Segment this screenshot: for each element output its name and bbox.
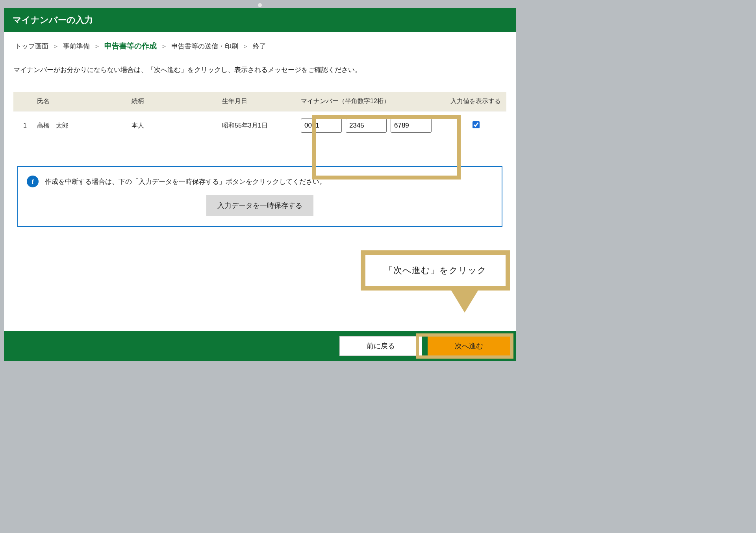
page-header: マイナンバーの入力 bbox=[4, 8, 516, 32]
info-text: 作成を中断する場合は、下の「入力データを一時保存する」ボタンをクリックしてくださ… bbox=[45, 177, 326, 186]
page-title: マイナンバーの入力 bbox=[13, 15, 93, 25]
breadcrumb-item[interactable]: 終了 bbox=[253, 42, 266, 51]
col-name: 氏名 bbox=[32, 92, 127, 111]
col-relation: 続柄 bbox=[127, 92, 217, 111]
info-icon: i bbox=[27, 176, 39, 187]
col-birthdate: 生年月日 bbox=[217, 92, 296, 111]
app-screen: マイナンバーの入力 トップ画面 ＞ 事前準備 ＞ 申告書等の作成 ＞ 申告書等の… bbox=[4, 8, 516, 361]
callout-text: 「次へ進む」をクリック bbox=[361, 250, 510, 291]
mynumber-input-2[interactable] bbox=[346, 118, 387, 133]
row-name: 高橋 太郎 bbox=[32, 111, 127, 140]
device-frame: マイナンバーの入力 トップ画面 ＞ 事前準備 ＞ 申告書等の作成 ＞ 申告書等の… bbox=[0, 0, 520, 365]
chevron-right-icon: ＞ bbox=[94, 42, 100, 51]
instruction-text: マイナンバーがお分かりにならない場合は、「次へ進む」をクリックし、表示されるメッ… bbox=[13, 65, 506, 74]
next-button[interactable]: 次へ進む bbox=[428, 336, 510, 356]
breadcrumb-item[interactable]: 事前準備 bbox=[63, 42, 90, 51]
camera-dot-icon bbox=[258, 3, 262, 7]
footer-bar: 前に戻る 次へ進む bbox=[4, 331, 516, 361]
table-row: 1 高橋 太郎 本人 昭和55年3月1日 bbox=[13, 111, 506, 140]
row-birthdate: 昭和55年3月1日 bbox=[217, 111, 296, 140]
chevron-right-icon: ＞ bbox=[161, 42, 167, 51]
col-index bbox=[13, 92, 32, 111]
callout-arrow-icon bbox=[451, 291, 478, 313]
breadcrumb-item[interactable]: トップ画面 bbox=[15, 42, 48, 51]
breadcrumb: トップ画面 ＞ 事前準備 ＞ 申告書等の作成 ＞ 申告書等の送信・印刷 ＞ 終了 bbox=[4, 32, 516, 58]
main-content: マイナンバーがお分かりにならない場合は、「次へ進む」をクリックし、表示されるメッ… bbox=[4, 58, 516, 227]
table-header-row: 氏名 続柄 生年月日 マイナンバー（半角数字12桁） 入力値を表示する bbox=[13, 92, 506, 111]
col-mynumber: マイナンバー（半角数字12桁） bbox=[296, 92, 446, 111]
row-relation: 本人 bbox=[127, 111, 217, 140]
chevron-right-icon: ＞ bbox=[242, 42, 249, 51]
breadcrumb-item-active: 申告書等の作成 bbox=[104, 41, 157, 51]
mynumber-table: 氏名 続柄 生年月日 マイナンバー（半角数字12桁） 入力値を表示する 1 高橋… bbox=[13, 92, 506, 140]
save-draft-button[interactable]: 入力データを一時保存する bbox=[206, 195, 313, 216]
show-value-checkbox[interactable] bbox=[472, 121, 480, 128]
row-mynumber bbox=[296, 111, 446, 140]
annotation-callout: 「次へ進む」をクリック bbox=[361, 250, 510, 313]
row-show bbox=[446, 111, 506, 140]
info-panel: i 作成を中断する場合は、下の「入力データを一時保存する」ボタンをクリックしてく… bbox=[17, 166, 502, 227]
chevron-right-icon: ＞ bbox=[52, 42, 59, 51]
back-button[interactable]: 前に戻る bbox=[339, 336, 422, 356]
breadcrumb-item[interactable]: 申告書等の送信・印刷 bbox=[171, 42, 238, 51]
mynumber-input-1[interactable] bbox=[301, 118, 342, 133]
row-index: 1 bbox=[13, 111, 32, 140]
col-show: 入力値を表示する bbox=[446, 92, 506, 111]
mynumber-input-3[interactable] bbox=[391, 118, 432, 133]
